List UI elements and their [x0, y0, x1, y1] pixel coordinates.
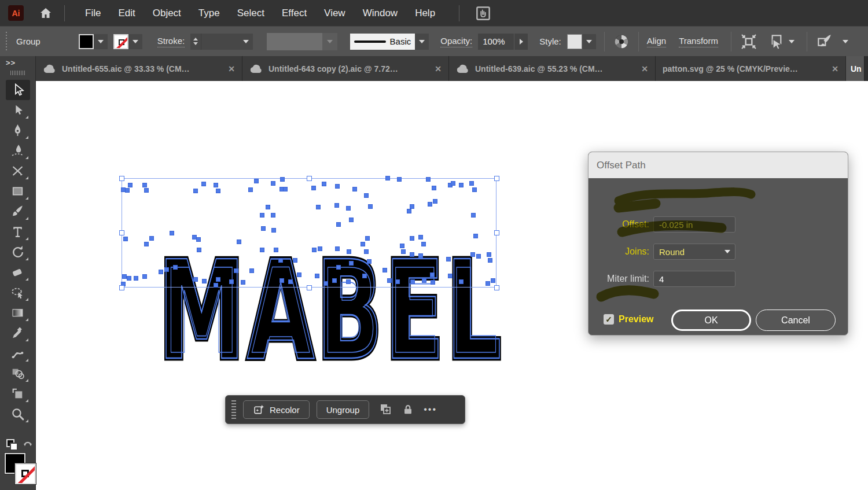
- selection-tool[interactable]: [6, 80, 30, 100]
- anchor-point[interactable]: [170, 231, 174, 235]
- document-tab-1[interactable]: Untitled-655.aic @ 33.33 % (CM…✕: [36, 56, 242, 81]
- anchor-point[interactable]: [127, 276, 131, 281]
- anchor-point[interactable]: [149, 236, 154, 241]
- fit-to-selection-icon[interactable]: [740, 32, 758, 51]
- anchor-point[interactable]: [410, 252, 414, 257]
- isolate-object-icon[interactable]: [766, 32, 785, 51]
- shape-builder-tool[interactable]: [6, 363, 30, 384]
- anchor-point[interactable]: [368, 204, 373, 209]
- anchor-point[interactable]: [249, 268, 254, 273]
- draw-inside-icon[interactable]: [815, 32, 834, 51]
- anchor-point[interactable]: [323, 281, 328, 286]
- anchor-point[interactable]: [197, 248, 201, 252]
- anchor-point[interactable]: [470, 252, 475, 257]
- tab-close-icon[interactable]: ✕: [634, 64, 648, 73]
- anchor-point[interactable]: [367, 259, 372, 264]
- anchor-point[interactable]: [336, 222, 341, 227]
- anchor-point[interactable]: [279, 278, 284, 283]
- puppet-warp-tool[interactable]: [6, 343, 30, 363]
- cancel-button[interactable]: Cancel: [756, 310, 836, 331]
- anchor-point[interactable]: [122, 274, 127, 279]
- anchor-point[interactable]: [332, 278, 337, 283]
- document-tab-5[interactable]: Un: [846, 56, 865, 81]
- anchor-point[interactable]: [234, 268, 238, 273]
- anchor-point[interactable]: [312, 248, 317, 252]
- draw-mode-dropdown[interactable]: [838, 34, 852, 49]
- menu-item-view[interactable]: View: [315, 8, 354, 19]
- artboard-tool[interactable]: [6, 384, 30, 404]
- anchor-point[interactable]: [336, 265, 341, 270]
- brush-definition[interactable]: Basic: [350, 34, 415, 50]
- shaper-tool[interactable]: [6, 161, 30, 181]
- anchor-point[interactable]: [365, 236, 370, 241]
- lock-icon[interactable]: [402, 403, 414, 416]
- anchor-point[interactable]: [288, 279, 293, 284]
- anchor-point[interactable]: [410, 204, 414, 209]
- brush-definition-dropdown[interactable]: [415, 34, 429, 50]
- anchor-point[interactable]: [448, 274, 453, 278]
- duplicate-icon[interactable]: [378, 403, 392, 417]
- stroke-weight-input[interactable]: [201, 34, 239, 50]
- graphic-style-swatch[interactable]: [567, 34, 582, 49]
- recolor-button[interactable]: Recolor: [243, 400, 310, 419]
- menu-item-window[interactable]: Window: [354, 8, 406, 19]
- swap-fill-stroke-icon[interactable]: [22, 438, 34, 452]
- transform-panel-link[interactable]: Transform: [679, 36, 718, 47]
- anchor-point[interactable]: [362, 274, 367, 278]
- anchor-point[interactable]: [349, 261, 354, 266]
- anchor-point[interactable]: [311, 186, 316, 190]
- anchor-point[interactable]: [142, 183, 147, 187]
- anchor-point[interactable]: [410, 279, 415, 284]
- anchor-point[interactable]: [364, 193, 369, 198]
- ok-button[interactable]: OK: [671, 310, 751, 331]
- anchor-point[interactable]: [293, 258, 297, 263]
- stroke-weight-stepper[interactable]: [190, 34, 201, 50]
- anchor-point[interactable]: [134, 276, 138, 281]
- stroke-color-dropdown[interactable]: [128, 34, 142, 49]
- anchor-point[interactable]: [241, 280, 245, 285]
- anchor-point[interactable]: [254, 179, 259, 183]
- recolor-artwork-icon[interactable]: [613, 33, 630, 50]
- menu-item-effect[interactable]: Effect: [273, 8, 315, 19]
- menu-item-object[interactable]: Object: [144, 8, 190, 19]
- direct-selection-tool[interactable]: [6, 100, 30, 120]
- type-tool[interactable]: [6, 222, 30, 242]
- fill-color-swatch[interactable]: [79, 34, 94, 49]
- offset-input[interactable]: -0.025 in: [653, 216, 735, 233]
- anchor-point[interactable]: [407, 209, 411, 213]
- context-bar-grip[interactable]: [231, 400, 236, 419]
- home-icon[interactable]: [39, 6, 53, 20]
- anchor-point[interactable]: [278, 258, 283, 263]
- anchor-point[interactable]: [418, 235, 423, 240]
- joins-select[interactable]: Round: [653, 244, 735, 260]
- selection-handle[interactable]: [119, 230, 124, 235]
- zoom-tool[interactable]: [6, 404, 30, 424]
- anchor-point[interactable]: [164, 267, 169, 272]
- opacity-label[interactable]: Opacity:: [440, 36, 472, 47]
- document-tab-2[interactable]: Untitled-643 copy (2).aic @ 7.72…✕: [242, 56, 449, 81]
- app-logo-icon[interactable]: Ai: [8, 5, 24, 21]
- opacity-dropdown[interactable]: [514, 34, 528, 50]
- anchor-point[interactable]: [422, 278, 426, 283]
- align-panel-link[interactable]: Align: [647, 36, 666, 47]
- opacity-input[interactable]: 100%: [478, 34, 514, 50]
- anchor-point[interactable]: [248, 187, 253, 192]
- stroke-weight-label[interactable]: Stroke:: [157, 36, 185, 47]
- anchor-point[interactable]: [128, 183, 133, 187]
- anchor-point[interactable]: [261, 226, 266, 231]
- anchor-point[interactable]: [347, 249, 351, 254]
- anchor-point[interactable]: [216, 277, 220, 282]
- anchor-point[interactable]: [260, 213, 264, 218]
- anchor-point[interactable]: [346, 206, 351, 211]
- anchor-point[interactable]: [387, 278, 392, 283]
- stroke-weight-dropdown[interactable]: [239, 34, 253, 50]
- anchor-point[interactable]: [459, 279, 464, 284]
- stroke-color-indicator[interactable]: [15, 463, 36, 484]
- anchor-point[interactable]: [433, 199, 437, 204]
- anchor-point[interactable]: [446, 257, 451, 261]
- anchor-point[interactable]: [201, 182, 206, 186]
- menu-item-type[interactable]: Type: [190, 8, 229, 19]
- anchor-point[interactable]: [266, 205, 270, 209]
- anchor-point[interactable]: [491, 278, 495, 283]
- anchor-point[interactable]: [335, 246, 340, 251]
